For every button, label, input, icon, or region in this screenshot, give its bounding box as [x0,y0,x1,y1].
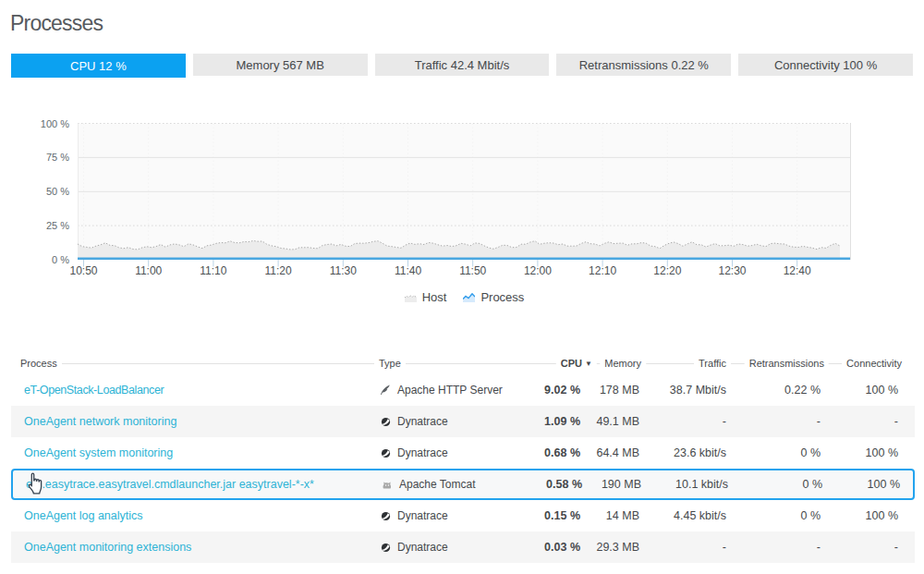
svg-text:11:20: 11:20 [265,264,292,277]
svg-text:12:20: 12:20 [653,264,681,277]
svg-text:11:10: 11:10 [200,264,226,277]
svg-text:50 %: 50 % [46,186,69,197]
svg-text:100 %: 100 % [41,118,69,129]
svg-text:11:00: 11:00 [135,264,162,277]
svg-text:11:30: 11:30 [330,264,357,277]
svg-text:12:00: 12:00 [524,264,552,277]
svg-text:10:50: 10:50 [69,264,97,277]
svg-text:12:10: 12:10 [589,264,616,277]
svg-text:11:50: 11:50 [459,264,486,277]
svg-text:0 %: 0 % [52,254,69,265]
svg-text:12:30: 12:30 [718,264,746,277]
svg-text:75 %: 75 % [46,152,69,163]
svg-text:25 %: 25 % [46,220,69,231]
svg-text:12:40: 12:40 [784,264,811,277]
svg-text:11:40: 11:40 [395,264,421,277]
